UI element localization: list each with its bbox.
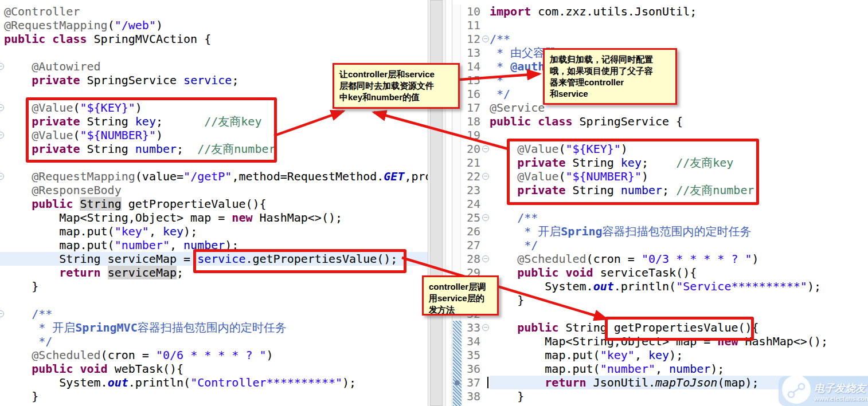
code-text[interactable]: System.out.println("Service**********"); [490, 279, 868, 293]
line-number[interactable]: 17 [461, 101, 482, 115]
code-line[interactable]: 26 * 开启Spring容器扫描包范围内的定时任务 [452, 224, 868, 238]
code-line[interactable]: public class SpringMVCAction { [0, 32, 428, 46]
code-line[interactable]: 10import com.zxz.utils.JsonUtil; [452, 5, 868, 18]
code-line[interactable]: /** [0, 307, 428, 321]
fold-collapse-icon[interactable] [0, 63, 4, 70]
code-line[interactable]: 31 } [452, 293, 868, 307]
line-number[interactable]: 23 [461, 183, 482, 197]
code-line[interactable]: Map<String,Object> map = new HashMap<>()… [0, 211, 428, 224]
fold-collapse-icon[interactable] [482, 255, 489, 262]
line-number[interactable]: 12 [461, 32, 482, 46]
marker-bar[interactable] [452, 170, 461, 183]
marker-bar[interactable] [452, 18, 461, 32]
code-line[interactable] [0, 46, 428, 60]
line-number[interactable]: 20 [461, 142, 482, 156]
code-text[interactable]: public class SpringService { [490, 115, 868, 128]
code-line[interactable] [0, 293, 428, 307]
line-number[interactable]: 26 [461, 224, 482, 238]
code-line[interactable]: */ [0, 334, 428, 348]
line-number[interactable]: 27 [461, 238, 482, 252]
marker-bar[interactable] [452, 32, 461, 46]
marker-bar[interactable] [452, 156, 461, 170]
code-line[interactable]: * 开启SpringMVC容器扫描包范围内的定时任务 [0, 321, 428, 334]
left-editor-scrollbar[interactable] [428, 0, 446, 406]
line-number[interactable]: 21 [461, 156, 482, 170]
code-line[interactable]: 12/** [452, 32, 868, 46]
fold-collapse-icon[interactable] [482, 173, 489, 180]
marker-bar[interactable] [452, 211, 461, 224]
code-text[interactable]: /** [490, 32, 868, 46]
code-text[interactable]: @Scheduled(cron = "0/3 * * * * ? ") [490, 252, 868, 266]
line-number[interactable]: 34 [461, 334, 482, 348]
marker-bar[interactable] [452, 238, 461, 252]
fold-collapse-icon[interactable] [482, 145, 489, 152]
fold-collapse-icon[interactable] [482, 36, 489, 42]
line-number[interactable]: 38 [461, 389, 482, 403]
code-text[interactable]: map.put("key", key); [490, 348, 868, 362]
note-text-line: 层都同时去加载资源文件 [339, 80, 453, 92]
code-line[interactable]: @ResponseBody [0, 183, 428, 197]
left-editor-controller[interactable]: @Controller@RequestMapping("/web")public… [0, 0, 428, 406]
marker-bar[interactable] [452, 115, 461, 128]
code-line[interactable]: public String getPropertieValue(){ [0, 197, 428, 211]
line-number[interactable]: 16 [461, 87, 482, 101]
code-text[interactable]: } [490, 293, 868, 307]
line-number[interactable]: 33 [461, 321, 482, 334]
line-number[interactable]: 35 [461, 348, 482, 362]
line-number[interactable]: 37 [461, 376, 482, 389]
code-line[interactable]: 18public class SpringService { [452, 115, 868, 128]
code-line[interactable]: map.put("key", key); [0, 224, 428, 238]
line-number[interactable]: 25 [461, 211, 482, 224]
code-text[interactable]: import com.zxz.utils.JsonUtil; [490, 5, 868, 18]
code-line[interactable]: 29 public void serviceTask(){ [452, 266, 868, 279]
code-text[interactable]: * 开启Spring容器扫描包范围内的定时任务 [490, 224, 868, 238]
code-line[interactable]: @RequestMapping(value="/getP",method=Req… [0, 170, 428, 183]
line-number[interactable]: 13 [461, 46, 482, 60]
note-text-line: 哦，如果项目使用了父子容 [550, 65, 671, 77]
code-text[interactable] [490, 18, 868, 32]
line-number[interactable]: 22 [461, 170, 482, 183]
code-line[interactable]: 25 /** [452, 211, 868, 224]
fold-collapse-icon[interactable] [0, 104, 4, 111]
line-number[interactable]: 24 [461, 197, 482, 211]
fold-collapse-icon[interactable] [0, 310, 4, 317]
code-line[interactable]: 28 @Scheduled(cron = "0/3 * * * * ? ") [452, 252, 868, 266]
marker-bar[interactable] [452, 46, 461, 60]
note-text-line: 加载归加载，记得同时配置 [550, 54, 671, 65]
code-text[interactable]: public void serviceTask(){ [490, 266, 868, 279]
code-line[interactable]: } [0, 389, 428, 403]
marker-bar[interactable] [452, 183, 461, 197]
line-number[interactable]: 15 [461, 73, 482, 87]
code-line[interactable]: 35 map.put("key", key); [452, 348, 868, 362]
code-text[interactable]: */ [490, 238, 868, 252]
fold-collapse-icon[interactable] [482, 324, 489, 331]
line-number[interactable]: 11 [461, 18, 482, 32]
marker-bar[interactable] [452, 128, 461, 142]
line-number[interactable]: 28 [461, 252, 482, 266]
code-line[interactable]: public void webTask(){ [0, 362, 428, 376]
code-line[interactable]: @RequestMapping("/web") [0, 18, 428, 32]
fold-collapse-icon[interactable] [0, 132, 4, 139]
marker-bar[interactable] [452, 197, 461, 211]
fold-collapse-icon[interactable] [0, 173, 4, 180]
line-number[interactable]: 10 [461, 5, 482, 18]
code-line[interactable]: 11 [452, 18, 868, 32]
code-line[interactable]: System.out.println("Controller**********… [0, 376, 428, 389]
code-line[interactable]: 27 */ [452, 238, 868, 252]
code-text[interactable]: /** [490, 211, 868, 224]
marker-bar[interactable] [452, 252, 461, 266]
watermark: 电子发烧友 www.elecfans.com [779, 370, 868, 406]
scrollbar-thumb[interactable] [430, 0, 443, 406]
fold-collapse-icon[interactable] [482, 214, 489, 221]
code-line[interactable]: } [0, 279, 428, 293]
code-line[interactable]: @Scheduled(cron = "0/6 * * * * ? ") [0, 348, 428, 362]
marker-bar[interactable] [452, 5, 461, 18]
line-number[interactable]: 18 [461, 115, 482, 128]
code-line[interactable]: 30 System.out.println("Service**********… [452, 279, 868, 293]
line-number[interactable]: 36 [461, 362, 482, 376]
marker-bar[interactable] [452, 224, 461, 238]
line-number[interactable]: 19 [461, 128, 482, 142]
code-line[interactable]: @Controller [0, 5, 428, 18]
line-number[interactable]: 14 [461, 60, 482, 73]
marker-bar[interactable] [452, 142, 461, 156]
